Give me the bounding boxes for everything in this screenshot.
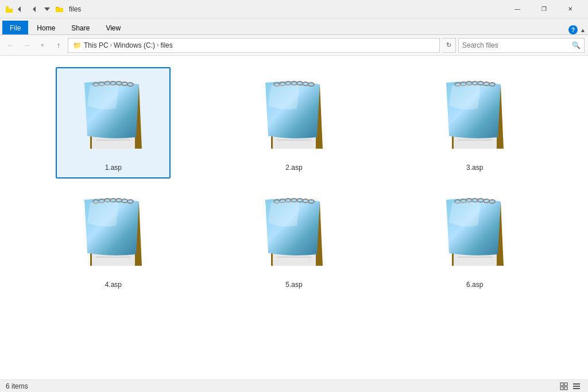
close-button[interactable]: ✕: [557, 0, 583, 18]
quick-access-icon[interactable]: [5, 5, 14, 14]
down-arrow-icon[interactable]: [42, 5, 52, 14]
content-area: 1.asp: [0, 56, 588, 379]
list-item[interactable]: 6.asp: [417, 184, 532, 296]
path-chevron-1: ›: [110, 42, 112, 48]
file-icon: [432, 74, 518, 160]
large-icons-view-button[interactable]: [558, 381, 570, 392]
svg-rect-108: [573, 386, 580, 387]
forward-button[interactable]: →: [20, 38, 33, 52]
search-input[interactable]: [462, 41, 572, 49]
file-icon: [432, 191, 518, 277]
item-count: 6 items: [6, 382, 28, 390]
file-icon: [251, 191, 337, 277]
back-icon[interactable]: [17, 5, 26, 14]
details-view-button[interactable]: [571, 381, 582, 392]
path-chevron-2: ›: [157, 42, 158, 48]
svg-marker-4: [44, 7, 50, 11]
up-button[interactable]: ↑: [52, 38, 65, 52]
window-title: files: [69, 5, 504, 13]
tab-file[interactable]: File: [2, 21, 28, 34]
svg-rect-6: [56, 8, 63, 12]
folder-indicator-icon: 📁: [73, 41, 82, 49]
window: files — ❐ ✕ File Home Share View ? ▲ ← →…: [0, 0, 588, 392]
address-path[interactable]: 📁 This PC › Windows (C:) › files: [68, 38, 440, 53]
recent-locations-button[interactable]: ▼: [36, 38, 49, 52]
folder-icon: [55, 5, 64, 14]
svg-marker-3: [33, 6, 36, 12]
svg-rect-103: [560, 383, 563, 386]
help-button[interactable]: ?: [568, 25, 578, 34]
window-controls: — ❐ ✕: [504, 0, 583, 18]
file-icon: [251, 74, 337, 160]
title-bar-quick-access: [5, 5, 64, 14]
search-box: 🔍: [458, 38, 585, 53]
list-item[interactable]: 2.asp: [237, 67, 351, 178]
file-grid: 1.asp: [0, 56, 588, 379]
view-toggle: [558, 381, 582, 392]
tab-view[interactable]: View: [98, 21, 128, 34]
file-icon: [70, 191, 156, 277]
minimize-button[interactable]: —: [504, 0, 531, 18]
search-icon[interactable]: 🔍: [572, 41, 581, 49]
svg-marker-2: [18, 6, 21, 12]
file-name: 3.asp: [466, 164, 483, 172]
svg-rect-106: [564, 387, 567, 390]
forward-icon[interactable]: [30, 5, 39, 14]
svg-rect-104: [564, 383, 567, 386]
maximize-button[interactable]: ❐: [531, 0, 557, 18]
address-bar: ← → ▼ ↑ 📁 This PC › Windows (C:) › files…: [0, 35, 588, 56]
ribbon-tab-list: File Home Share View ? ▲: [0, 18, 588, 34]
status-bar: 6 items: [0, 379, 588, 392]
path-part-windows[interactable]: Windows (C:): [114, 41, 155, 49]
list-item[interactable]: 4.asp: [56, 184, 171, 296]
svg-rect-107: [573, 383, 580, 385]
file-icon: [70, 74, 156, 160]
list-item[interactable]: 5.asp: [237, 184, 351, 296]
title-bar: files — ❐ ✕: [0, 0, 588, 18]
svg-rect-105: [560, 387, 563, 390]
tab-share[interactable]: Share: [64, 21, 97, 34]
path-part-thispc[interactable]: This PC: [84, 41, 109, 49]
path-part-files[interactable]: files: [160, 41, 172, 49]
list-item[interactable]: 1.asp: [56, 67, 171, 178]
svg-rect-0: [6, 6, 9, 9]
back-button[interactable]: ←: [3, 38, 17, 52]
file-name: 4.asp: [105, 281, 122, 289]
file-name: 6.asp: [466, 281, 483, 289]
file-name: 5.asp: [285, 281, 302, 289]
list-item[interactable]: 3.asp: [417, 67, 532, 178]
file-name: 1.asp: [105, 164, 122, 172]
ribbon: File Home Share View ? ▲: [0, 18, 588, 35]
file-name: 2.asp: [285, 164, 302, 172]
tab-home[interactable]: Home: [29, 21, 63, 34]
ribbon-collapse-button[interactable]: ▲: [580, 27, 586, 33]
refresh-button[interactable]: ↻: [442, 38, 456, 53]
svg-rect-109: [573, 388, 580, 389]
svg-rect-1: [6, 9, 13, 13]
